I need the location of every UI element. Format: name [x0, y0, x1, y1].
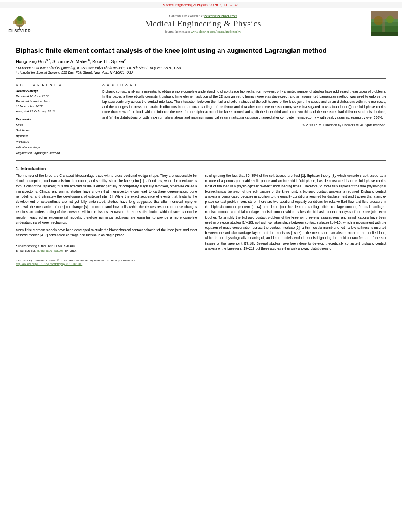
abstract-text: Biphasic contact analysis is essential t…: [102, 89, 386, 120]
intro-para-3: solid ignoring the fact that 60–85% of t…: [205, 173, 387, 251]
accepted-date: Accepted 17 February 2013: [16, 109, 94, 114]
article-history-label: Article history:: [16, 89, 94, 93]
journal-homepage: journal homepage: www.elsevier.com/locat…: [35, 30, 371, 33]
affiliation-a: ᵃ Department of Biomedical Engineering, …: [16, 66, 386, 70]
svg-point-11: [374, 16, 383, 25]
sciverse-line: Contents lists available at SciVerse Sci…: [35, 14, 371, 18]
homepage-link[interactable]: www.elsevier.com/locate/medengphy: [191, 30, 241, 33]
journal-title: Medical Engineering & Physics: [35, 19, 371, 29]
keywords-label: Keywords:: [16, 117, 94, 121]
intro-two-col: The menisci of the knee are C-shaped fib…: [16, 173, 386, 254]
abstract-column: A B S T R A C T Biphasic contact analysi…: [102, 83, 386, 156]
journal-brand-row: ELSEVIER Contents lists available at Sci…: [0, 8, 402, 39]
keyword-augmented: Augmented Lagrangian method: [16, 150, 94, 156]
journal-header: Medical Engineering & Physics 35 (2013) …: [0, 0, 402, 39]
main-content: Biphasic finite element contact analysis…: [0, 46, 402, 266]
received-date: Received 20 June 2012: [16, 94, 94, 99]
copyright-line: © 2013 IPEM. Published by Elsevier Ltd. …: [102, 123, 386, 127]
svg-point-3: [17, 16, 22, 21]
intro-para-2: Many finite element models have been dev…: [16, 228, 197, 238]
elsevier-logo: ELSEVIER: [4, 14, 35, 33]
revised-date: 16 November 2012: [16, 104, 94, 109]
journal-citation: Medical Engineering & Physics 35 (2013) …: [163, 3, 239, 7]
intro-title: 1. Introduction: [16, 166, 386, 171]
keyword-articular-cartilage: Articular cartilage: [16, 145, 94, 150]
elsevier-brand-text: ELSEVIER: [8, 29, 31, 33]
introduction-section: 1. Introduction The menisci of the knee …: [16, 166, 386, 254]
authors-line: Hongqiang Guoa,*, Suzanne A. Maherb, Rob…: [16, 58, 386, 64]
svg-rect-6: [17, 25, 23, 26]
paper-title: Biphasic finite element contact analysis…: [16, 46, 386, 55]
revised-label: Received in revised form: [16, 99, 94, 104]
doi-line: http://dx.doi.org/10.1016/j.medengphy.20…: [16, 262, 386, 266]
section-divider: [16, 78, 386, 79]
svg-rect-14: [371, 32, 398, 36]
affiliation-b: ᵇ Hospital for Special Surgery, 535 East…: [16, 70, 386, 74]
body-divider: [16, 160, 386, 161]
intro-col-left: The menisci of the knee are C-shaped fib…: [16, 173, 197, 254]
elsevier-tree-icon: [9, 14, 31, 29]
article-info-column: A R T I C L E I N F O Article history: R…: [16, 83, 94, 156]
article-info-heading: A R T I C L E I N F O: [16, 83, 94, 87]
svg-point-5: [22, 20, 26, 24]
svg-point-12: [386, 16, 394, 23]
sciverse-link[interactable]: SciVerse ScienceDirect: [204, 14, 237, 18]
journal-center: Contents lists available at SciVerse Sci…: [35, 14, 371, 33]
email-note: E-mail address: nuerghq@gmail.com (H. Gu…: [16, 248, 197, 253]
abstract-heading: A B S T R A C T: [102, 83, 386, 87]
article-info-abstract: A R T I C L E I N F O Article history: R…: [16, 83, 386, 156]
footnote-area: * Corresponding author. Tel.: +1 518 526…: [16, 242, 197, 253]
thumbnail-image: [371, 11, 398, 36]
page-footer: 1350-4533/$ – see front matter © 2013 IP…: [16, 257, 386, 266]
doi-link[interactable]: http://dx.doi.org/10.1016/j.medengphy.20…: [16, 262, 82, 266]
keyword-knee: Knee: [16, 122, 94, 128]
svg-point-4: [13, 20, 17, 24]
keyword-soft-tissue: Soft tissue: [16, 128, 94, 133]
keyword-meniscus: Meniscus: [16, 139, 94, 145]
corresponding-note: * Corresponding author. Tel.: +1 518 526…: [16, 244, 197, 248]
affiliations: ᵃ Department of Biomedical Engineering, …: [16, 66, 386, 74]
intro-col-right: solid ignoring the fact that 60–85% of t…: [205, 173, 387, 254]
intro-para-1: The menisci of the knee are C-shaped fib…: [16, 173, 197, 225]
journal-top-bar: Medical Engineering & Physics 35 (2013) …: [0, 2, 402, 8]
keyword-biphasic: Biphasic: [16, 133, 94, 139]
journal-thumbnail: [371, 11, 398, 36]
issn-line: 1350-4533/$ – see front matter © 2013 IP…: [16, 259, 386, 262]
email-link[interactable]: nuerghq@gmail.com: [37, 249, 64, 252]
